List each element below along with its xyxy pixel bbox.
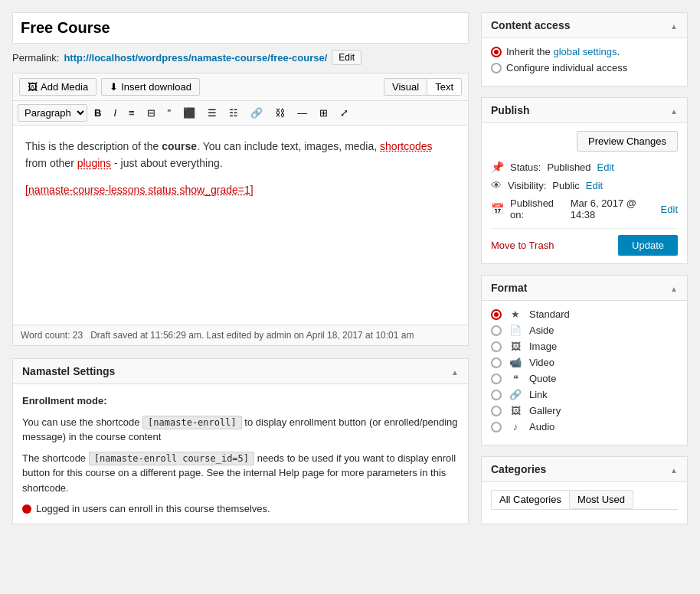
align-center-button[interactable]: ☰ [202,105,222,121]
status-value: Published [547,162,590,173]
format-radio-standard[interactable] [491,309,502,320]
visibility-edit-link[interactable]: Edit [586,180,603,191]
most-used-categories-tab[interactable]: Most Used [570,490,633,509]
global-settings-link[interactable]: global settings [553,46,617,57]
content-access-panel: Content access Inherit the global settin… [481,12,688,86]
preview-changes-button[interactable]: Preview Changes [577,131,678,152]
categories-tabs: All Categories Most Used [491,490,678,510]
format-option-standard: ★Standard [491,308,678,320]
format-option-quote: ❝Quote [491,373,678,384]
status-edit-link[interactable]: Edit [597,162,614,173]
permalink-link[interactable]: http://localhost/wordpress/namaste-cours… [64,52,327,64]
unordered-list-button[interactable]: ≡ [123,105,140,121]
publish-content: Preview Changes 📌 Status: Published Edit… [482,123,687,263]
word-count-value: 23 [73,330,83,341]
content-access-option2-row: Configure individual access [491,62,678,73]
published-edit-link[interactable]: Edit [661,204,678,215]
publish-header[interactable]: Publish [482,98,687,123]
format-radio-video[interactable] [491,357,502,368]
align-right-button[interactable]: ☷ [224,105,244,121]
download-icon: ⬇ [110,81,118,93]
shortcode2-value[interactable]: [namaste-enroll course_id=5] [89,452,254,465]
format-radio-image[interactable] [491,341,502,352]
logged-in-text: Logged in users can enroll in this cours… [36,503,270,514]
update-button[interactable]: Update [618,235,678,256]
permalink-row: Permalink: http://localhost/wordpress/na… [12,50,469,65]
italic-button[interactable]: I [108,105,122,121]
media-icon: 🖼 [28,81,38,93]
format-icon-link: 🔗 [508,389,523,400]
published-on-row: 📅 Published on: Mar 6, 2017 @ 14:38 Edit [491,197,678,220]
shortcode-text1: You can use the shortcode [22,416,139,428]
visibility-icon: 👁 [491,179,502,191]
post-title-input[interactable] [12,12,469,44]
format-label-audio: Audio [529,421,554,432]
permalink-edit-button[interactable]: Edit [332,50,361,65]
fullscreen-button[interactable]: ⤢ [335,105,354,121]
publish-panel: Publish Preview Changes 📌 Status: Publis… [481,97,688,264]
namastel-settings-title: Namastel Settings [22,365,115,377]
insert-download-button[interactable]: ⬇ Insert download [101,78,200,96]
format-label-video: Video [529,357,554,368]
content-access-content: Inherit the global settings. Configure i… [482,38,687,86]
format-header[interactable]: Format [482,276,687,301]
format-title: Format [491,282,527,294]
content-access-header[interactable]: Content access [482,13,687,38]
format-label-aside: Aside [529,325,554,336]
table-button[interactable]: ⊞ [314,105,333,121]
format-radio-audio[interactable] [491,422,502,432]
unlink-button[interactable]: ⛓ [270,105,290,121]
format-icon-aside: 📄 [508,325,523,336]
logged-in-row: Logged in users can enroll in this cours… [22,503,459,514]
namastel-settings-header[interactable]: Namastel Settings [13,359,468,384]
content-access-option2-label: Configure individual access [506,62,627,73]
format-option-video: 📹Video [491,357,678,368]
format-radio-quote[interactable] [491,374,502,384]
calendar-icon: 📅 [491,203,504,215]
shortcode-text3: The shortcode [22,452,86,464]
namastel-settings-box: Namastel Settings Enrollment mode: You c… [12,358,469,524]
shortcode1-value[interactable]: [namaste-enroll] [142,416,242,429]
content-access-option1-row: Inherit the global settings. [491,46,678,57]
editor-toolbar: Paragraph B I ≡ ⊟ " ⬛ ☰ ☷ 🔗 ⛓ — ⊞ ⤢ [13,101,468,126]
publish-title: Publish [491,104,530,116]
format-label-gallery: Gallery [529,405,561,416]
draft-saved-text: Draft saved at 11:56:29 am. Last edited … [90,330,414,341]
format-option-image: 🖼Image [491,341,678,352]
blockquote-button[interactable]: " [162,105,177,121]
editor-media-buttons: 🖼 Add Media ⬇ Insert download [19,78,200,96]
format-radio-link[interactable] [491,390,502,400]
editor-content-area[interactable]: This is the description of the course. Y… [13,126,468,325]
status-row: 📌 Status: Published Edit [491,161,678,173]
text-mode-button[interactable]: Text [427,78,462,96]
content-access-radio1[interactable] [491,47,502,57]
content-access-title: Content access [491,19,570,31]
categories-collapse-icon [670,464,678,475]
format-label-standard: Standard [529,308,570,320]
categories-header[interactable]: Categories [482,457,687,482]
format-radio-aside[interactable] [491,325,502,336]
content-access-radio2[interactable] [491,63,502,73]
format-label-quote: Quote [529,373,556,384]
bold-button[interactable]: B [89,105,106,121]
add-media-button[interactable]: 🖼 Add Media [19,78,96,96]
editor-container: 🖼 Add Media ⬇ Insert download Visual Tex… [12,73,469,346]
format-icon-video: 📹 [508,357,523,368]
sidebar: Content access Inherit the global settin… [481,12,688,535]
categories-content: All Categories Most Used [482,482,687,524]
insert-more-button[interactable]: — [292,105,312,121]
all-categories-tab[interactable]: All Categories [491,490,570,509]
categories-panel: Categories All Categories Most Used [481,456,688,524]
paragraph-select[interactable]: Paragraph [18,104,87,122]
visibility-value: Public [552,180,579,191]
format-label-image: Image [529,341,557,352]
format-option-gallery: 🖼Gallery [491,405,678,416]
ordered-list-button[interactable]: ⊟ [142,105,161,121]
editor-mode-buttons: Visual Text [384,78,462,96]
move-to-trash-link[interactable]: Move to Trash [491,240,554,251]
align-left-button[interactable]: ⬛ [178,105,201,121]
link-button[interactable]: 🔗 [245,105,268,121]
namastel-collapse-icon [451,366,459,377]
visual-mode-button[interactable]: Visual [384,78,427,96]
format-radio-gallery[interactable] [491,406,502,416]
